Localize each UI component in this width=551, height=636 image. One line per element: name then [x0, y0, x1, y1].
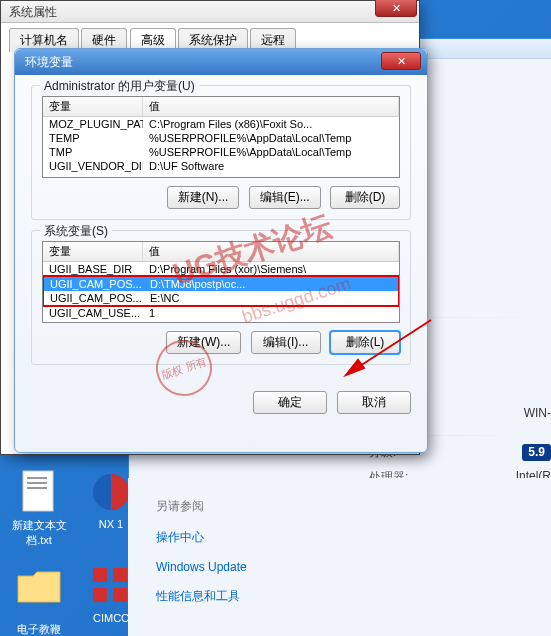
desktop-icon-folder[interactable]: [4, 562, 74, 612]
user-vars-list[interactable]: 变量 值 MOZ_PLUGIN_PATHC:\Program Files (x8…: [42, 96, 400, 178]
sysprops-close-button[interactable]: ✕: [375, 0, 417, 17]
svg-rect-8: [113, 588, 127, 602]
new-sys-var-button[interactable]: 新建(W)...: [166, 331, 241, 354]
sysprops-titlebar[interactable]: 系统属性 ✕: [1, 1, 419, 23]
link-performance[interactable]: 性能信息和工具: [156, 588, 551, 605]
link-action-center[interactable]: 操作中心: [156, 529, 551, 546]
folder-icon: [15, 562, 63, 610]
sysprops-title-text: 系统属性: [9, 5, 57, 19]
envvar-titlebar[interactable]: 环境变量 ✕: [15, 49, 427, 75]
ok-button[interactable]: 确定: [253, 391, 327, 414]
desktop-icon-epen[interactable]: 电子教鞭: [4, 622, 74, 636]
var-row-selected[interactable]: UGII_CAM_POS...D:\TMJ8\postp\oc...: [44, 277, 398, 291]
edit-sys-var-button[interactable]: 编辑(I)...: [251, 331, 321, 354]
close-icon: ✕: [397, 55, 406, 67]
envvar-title-text: 环境变量: [25, 55, 73, 69]
var-row[interactable]: UGII_VENDOR_DIRD:\UF Software: [43, 159, 399, 173]
system-vars-groupbox: 系统变量(S) 变量 值 UGII_BASE_DIRD:\Program Fil…: [31, 230, 411, 365]
svg-rect-3: [27, 487, 47, 489]
environment-variables-dialog: 环境变量 ✕ Administrator 的用户变量(U) 变量 值 MOZ_P…: [14, 48, 428, 453]
delete-user-var-button[interactable]: 删除(D): [330, 186, 400, 209]
desktop-icon-textfile[interactable]: 新建文本文 档.txt: [4, 468, 74, 548]
system-vars-legend: 系统变量(S): [40, 223, 112, 240]
close-icon: ✕: [392, 2, 401, 14]
pc-name-value: WIN-: [524, 406, 551, 423]
col-value-header[interactable]: 值: [143, 242, 399, 261]
var-row[interactable]: UGII_CAM_POS...E:\NC: [44, 291, 398, 305]
col-name-header[interactable]: 变量: [43, 97, 143, 116]
cancel-button[interactable]: 取消: [337, 391, 411, 414]
icon-label: CIMCC: [93, 612, 129, 624]
icon-label: 电子教鞭: [17, 623, 61, 635]
envvar-close-button[interactable]: ✕: [381, 52, 421, 70]
related-panel: 另请参阅 操作中心 Windows Update 性能信息和工具: [128, 478, 551, 636]
var-row[interactable]: TMP%USERPROFILE%\AppData\Local\Temp: [43, 145, 399, 159]
icon-label: 新建文本文 档.txt: [12, 519, 67, 546]
list-header: 变量 值: [43, 242, 399, 262]
svg-rect-5: [93, 568, 107, 582]
link-windows-update[interactable]: Windows Update: [156, 560, 551, 574]
icon-label: NX 1: [99, 518, 123, 530]
list-header: 变量 值: [43, 97, 399, 117]
var-row[interactable]: UGII_BASE_DIRD:\Program Files (xor)\Siem…: [43, 262, 399, 276]
var-row[interactable]: TEMP%USERPROFILE%\AppData\Local\Temp: [43, 131, 399, 145]
related-header: 另请参阅: [156, 498, 551, 515]
svg-rect-2: [27, 482, 47, 484]
edit-user-var-button[interactable]: 编辑(E)...: [249, 186, 321, 209]
svg-rect-6: [113, 568, 127, 582]
svg-rect-1: [27, 477, 47, 479]
var-row[interactable]: UGII_CAM_USE...1: [43, 306, 399, 320]
highlight-box: UGII_CAM_POS...D:\TMJ8\postp\oc... UGII_…: [42, 275, 400, 307]
user-vars-legend: Administrator 的用户变量(U): [40, 78, 199, 95]
user-vars-groupbox: Administrator 的用户变量(U) 变量 值 MOZ_PLUGIN_P…: [31, 85, 411, 220]
var-row[interactable]: MOZ_PLUGIN_PATHC:\Program Files (x86)\Fo…: [43, 117, 399, 131]
col-value-header[interactable]: 值: [143, 97, 399, 116]
rating-badge[interactable]: 5.9: [522, 444, 551, 461]
textfile-icon: [15, 468, 63, 516]
system-vars-list[interactable]: 变量 值 UGII_BASE_DIRD:\Program Files (xor)…: [42, 241, 400, 323]
col-name-header[interactable]: 变量: [43, 242, 143, 261]
delete-sys-var-button[interactable]: 删除(L): [330, 331, 400, 354]
new-user-var-button[interactable]: 新建(N)...: [167, 186, 240, 209]
svg-rect-7: [93, 588, 107, 602]
